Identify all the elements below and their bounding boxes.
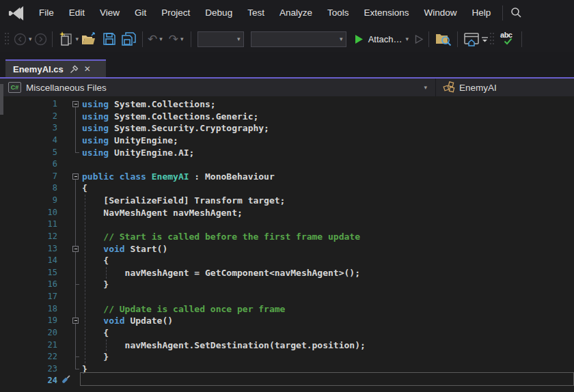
redo-button[interactable]: ↷ [169, 33, 178, 45]
menu-item-analyze[interactable]: Analyze [272, 0, 320, 26]
glyph-margin [59, 327, 70, 339]
code-line[interactable]: 10 NavMeshAgent navMeshAgent; [0, 207, 574, 219]
menu-item-view[interactable]: View [92, 0, 127, 26]
quick-actions-screwdriver-icon[interactable] [60, 374, 72, 385]
outline-margin [70, 303, 82, 316]
solution-explorer-button[interactable] [463, 29, 480, 48]
line-number: 21 [0, 339, 59, 352]
code-text: } [82, 279, 574, 291]
code-line[interactable]: 22 } [0, 351, 574, 363]
line-number: 19 [0, 315, 59, 327]
attach-dropdown[interactable]: ▾ [405, 36, 409, 42]
code-text: void Update() [82, 315, 574, 327]
glyph-margin [59, 182, 70, 195]
toolbar-overflow-button[interactable] [480, 29, 489, 48]
visual-studio-window: FileEditViewGitProjectDebugTestAnalyzeTo… [0, 0, 574, 392]
toolbar-separator [142, 31, 143, 47]
menu-item-debug[interactable]: Debug [197, 0, 240, 26]
undo-button[interactable]: ↶ [148, 33, 157, 45]
attach-run-button[interactable]: Attach… ▾ [355, 29, 411, 48]
code-line[interactable]: 13 void Start() [0, 243, 574, 255]
attach-label: Attach… [368, 34, 402, 44]
start-without-debugging-button[interactable] [415, 29, 424, 48]
collapse-box[interactable] [70, 171, 82, 183]
tab-enemyai[interactable]: EnemyAI.cs ✕ [5, 59, 106, 77]
collapse-box[interactable] [70, 243, 82, 255]
line-number: 18 [0, 303, 59, 316]
menu-item-git[interactable]: Git [127, 0, 154, 26]
save-all-button[interactable] [121, 29, 137, 48]
code-line[interactable]: 15 navMeshAgent = GetComponent<navMeshAg… [0, 267, 574, 279]
code-line[interactable]: 18 // Update is called once per frame [0, 303, 574, 316]
menu-item-project[interactable]: Project [154, 0, 197, 26]
new-project-dropdown[interactable]: ▾ [76, 36, 79, 42]
glyph-margin [59, 219, 70, 231]
code-line[interactable]: 2using System.Collections.Generic; [0, 111, 574, 123]
code-line[interactable]: 6 [0, 158, 574, 171]
glyph-margin [59, 122, 70, 135]
find-in-files-button[interactable] [434, 29, 452, 48]
line-number: 9 [0, 195, 59, 207]
code-line[interactable]: 12 // Start is called before the first f… [0, 231, 574, 243]
code-text: // Update is called once per frame [82, 303, 574, 316]
current-line-highlight [80, 372, 574, 386]
navigation-bar: C# Miscellaneous Files ▾ EnemyAI [0, 79, 574, 96]
code-line[interactable]: 9 [SerializeField] Transform target; [0, 195, 574, 207]
code-line[interactable]: 1using System.Collections; [0, 98, 574, 111]
code-line[interactable]: 17 [0, 291, 574, 303]
code-line[interactable]: 7public class EnemyAI : MonoBehaviour [0, 171, 574, 183]
visual-studio-logo [7, 5, 25, 22]
glyph-margin [59, 195, 70, 207]
code-editor[interactable]: 1using System.Collections;2using System.… [0, 96, 574, 392]
menu-item-file[interactable]: File [31, 0, 62, 26]
code-line[interactable]: 5using UnityEngine.AI; [0, 147, 574, 159]
code-line[interactable]: 16 } [0, 279, 574, 291]
new-project-button[interactable] [57, 29, 74, 48]
open-file-button[interactable] [81, 29, 98, 48]
glyph-margin [59, 243, 70, 255]
project-dropdown[interactable]: C# Miscellaneous Files ▾ [0, 79, 435, 96]
redo-dropdown[interactable]: ▾ [180, 36, 184, 42]
glyph-margin [59, 158, 70, 171]
pin-icon[interactable] [70, 65, 79, 74]
code-line[interactable]: 14 { [0, 255, 574, 267]
toolbar-separator [521, 31, 522, 47]
code-text: using System.Security.Cryptography; [82, 122, 574, 135]
code-line[interactable]: 11 [0, 219, 574, 231]
outline-margin [70, 122, 82, 135]
navigate-forward-button[interactable] [34, 29, 47, 48]
code-text: navMeshAgent.SetDestination(target.posit… [82, 339, 574, 352]
code-line[interactable]: 3using System.Security.Cryptography; [0, 122, 574, 135]
toolbar-separator [457, 31, 458, 47]
save-button[interactable] [102, 29, 117, 48]
left-edge-scrollbar-thumb[interactable] [0, 84, 3, 115]
collapse-box[interactable] [70, 98, 82, 111]
code-line[interactable]: 19 void Update() [0, 315, 574, 327]
glyph-margin [59, 231, 70, 243]
spell-check-icon[interactable]: abc [499, 31, 517, 47]
menu-item-extensions[interactable]: Extensions [356, 0, 416, 26]
collapse-box[interactable] [70, 315, 82, 327]
code-line[interactable]: 8{ [0, 182, 574, 195]
navigate-back-dropdown[interactable]: ▾ [29, 36, 32, 42]
chevron-down-icon: ▾ [340, 36, 343, 42]
menu-item-tools[interactable]: Tools [320, 0, 357, 26]
configuration-combobox[interactable]: ▾ [197, 31, 244, 47]
navigate-back-button[interactable] [14, 29, 27, 48]
code-line[interactable]: 21 navMeshAgent.SetDestination(target.po… [0, 339, 574, 352]
menu-item-help[interactable]: Help [465, 0, 499, 26]
toolbar-grip[interactable] [489, 31, 495, 47]
menu-item-edit[interactable]: Edit [62, 0, 92, 26]
type-dropdown[interactable]: EnemyAI [436, 79, 497, 96]
close-icon[interactable]: ✕ [84, 64, 91, 74]
code-line[interactable]: 4using UnityEngine; [0, 135, 574, 147]
undo-dropdown[interactable]: ▾ [159, 36, 163, 42]
menu-item-test[interactable]: Test [240, 0, 272, 26]
code-text [82, 158, 574, 171]
toolbar-grip[interactable] [4, 31, 10, 47]
code-line[interactable]: 20 { [0, 327, 574, 339]
search-icon[interactable] [509, 6, 523, 20]
line-number: 22 [0, 351, 59, 363]
platform-combobox[interactable]: ▾ [251, 31, 346, 47]
menu-item-window[interactable]: Window [417, 0, 465, 26]
